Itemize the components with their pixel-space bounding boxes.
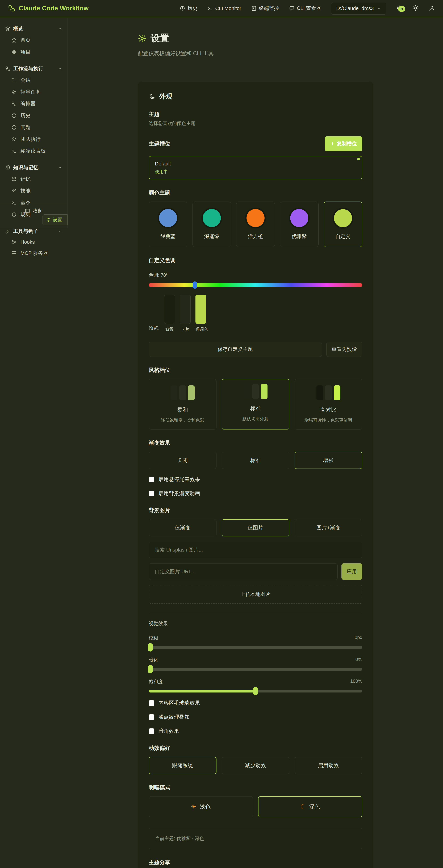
color-swatch bbox=[159, 209, 177, 227]
copy-slot-button[interactable]: 复制槽位 bbox=[325, 136, 362, 151]
glass-effect-checkbox-row[interactable]: 内容区毛玻璃效果 bbox=[149, 700, 362, 707]
sidebar-item-home[interactable]: 首页 bbox=[4, 34, 64, 46]
sidebar-item-mcp-servers[interactable]: MCP 服务器 bbox=[4, 247, 64, 259]
sidebar-item-sessions[interactable]: 会话 bbox=[4, 74, 64, 86]
hue-slider-thumb[interactable] bbox=[193, 281, 197, 289]
moon-icon bbox=[149, 93, 155, 100]
motion-follow-system-option[interactable]: 跟随系统 bbox=[149, 757, 217, 774]
sidebar-item-memory[interactable]: 记忆 bbox=[4, 173, 64, 185]
blur-slider-thumb[interactable] bbox=[148, 643, 153, 652]
sidebar-group-knowledge[interactable]: 知识与记忆 bbox=[4, 162, 64, 173]
sidebar-item-terminal-dashboard[interactable]: 终端仪表板 bbox=[4, 145, 64, 157]
gradient-enhanced-option[interactable]: 增强 bbox=[294, 452, 362, 469]
appearance-card: 外观 主题 选择您喜欢的颜色主题 主题槽位 复制槽位 Default 使用中 颜… bbox=[138, 82, 373, 868]
dark-mode-option[interactable]: ☾ 深色 bbox=[258, 796, 362, 817]
sidebar-group-tools[interactable]: 工具与钩子 bbox=[4, 226, 64, 237]
darken-label: 暗化 bbox=[149, 657, 158, 663]
sun-icon bbox=[412, 5, 419, 11]
style-soft-option[interactable]: 柔和 降低饱和度，柔和色彩 bbox=[149, 379, 217, 430]
preview-label: 预览: bbox=[149, 325, 160, 332]
chevron-down-icon bbox=[377, 6, 381, 10]
app-logo: Claude Code Workflow bbox=[8, 5, 89, 12]
gradient-off-option[interactable]: 关闭 bbox=[149, 452, 217, 469]
moon-icon: ☾ bbox=[300, 803, 306, 810]
bg-gradient-only-option[interactable]: 仅渐变 bbox=[149, 519, 217, 536]
project-selector[interactable]: D:/Claude_dms3 bbox=[331, 2, 386, 14]
sidebar-group-workflow[interactable]: 工作流与执行 bbox=[4, 63, 64, 74]
upload-local-image-button[interactable]: 上传本地图片 bbox=[149, 585, 362, 604]
hooks-icon bbox=[11, 240, 17, 245]
chevron-up-icon bbox=[58, 66, 62, 71]
saturation-slider[interactable] bbox=[149, 690, 362, 692]
project-name: D:/Claude_dms3 bbox=[336, 5, 374, 11]
notifications-button[interactable]: 9+ bbox=[396, 5, 402, 12]
checkbox-unchecked[interactable] bbox=[149, 728, 154, 734]
chevron-up-icon bbox=[58, 165, 62, 170]
nav-cli-viewer[interactable]: CLI 查看器 bbox=[289, 5, 321, 12]
darken-slider[interactable] bbox=[149, 668, 362, 671]
theme-share-label: 主题分享 bbox=[149, 859, 362, 866]
color-swatch bbox=[247, 209, 264, 227]
sidebar-group-overview[interactable]: 概览 bbox=[4, 23, 64, 34]
saturation-slider-thumb[interactable] bbox=[253, 687, 258, 695]
sidebar-item-skills[interactable]: 技能 bbox=[4, 185, 64, 197]
sidebar-item-history[interactable]: 历史 bbox=[4, 110, 64, 122]
bg-animation-checkbox-row[interactable]: 启用背景渐变动画 bbox=[149, 490, 362, 497]
terminal-icon bbox=[11, 148, 17, 154]
bg-image-label: 背景图片 bbox=[149, 507, 362, 514]
sidebar-item-light-tasks[interactable]: 轻量任务 bbox=[4, 86, 64, 98]
sidebar-item-orchestrator[interactable]: 编排器 bbox=[4, 98, 64, 110]
unsplash-search-input[interactable] bbox=[149, 541, 362, 558]
nav-history[interactable]: 历史 bbox=[180, 5, 197, 12]
noise-texture-checkbox-row[interactable]: 噪点纹理叠加 bbox=[149, 713, 362, 721]
theme-slot-box[interactable]: Default 使用中 bbox=[149, 156, 362, 179]
gradient-standard-option[interactable]: 标准 bbox=[222, 452, 289, 469]
palette-custom[interactable]: 自定义 bbox=[324, 202, 362, 247]
sidebar-collapse-button[interactable]: 收起 bbox=[0, 203, 67, 214]
checkbox-unchecked[interactable] bbox=[149, 700, 154, 706]
user-button[interactable] bbox=[429, 5, 435, 12]
reset-preset-button[interactable]: 重置为预设 bbox=[326, 342, 362, 357]
hue-slider[interactable] bbox=[149, 283, 362, 287]
current-theme-info: 当前主题: 优雅紫 · 深色 bbox=[149, 828, 362, 849]
sidebar-item-issues[interactable]: 问题 bbox=[4, 122, 64, 133]
save-custom-theme-button[interactable]: 保存自定义主题 bbox=[149, 342, 322, 357]
checkbox-unchecked[interactable] bbox=[149, 714, 154, 720]
darken-slider-thumb[interactable] bbox=[148, 665, 153, 673]
style-high-contrast-option[interactable]: 高对比 增强可读性，色彩更鲜明 bbox=[294, 379, 362, 430]
page-subtitle: 配置仪表板偏好设置和 CLI 工具 bbox=[138, 50, 373, 57]
sidebar-item-settings-active[interactable]: 设置 bbox=[42, 214, 67, 225]
palette-label: 颜色主题 bbox=[149, 189, 362, 196]
palette-deep-green[interactable]: 深邃绿 bbox=[192, 202, 231, 247]
palette-classic-blue[interactable]: 经典蓝 bbox=[149, 202, 187, 247]
light-mode-option[interactable]: ☀ 浅色 bbox=[149, 796, 253, 817]
checkbox-unchecked[interactable] bbox=[149, 477, 154, 482]
palette-vibrant-orange[interactable]: 活力橙 bbox=[236, 202, 275, 247]
home-icon bbox=[11, 38, 17, 43]
palette-elegant-purple[interactable]: 优雅紫 bbox=[280, 202, 319, 247]
apply-url-button[interactable]: 应用 bbox=[342, 563, 362, 580]
style-standard-option[interactable]: 标准 默认均衡外观 bbox=[222, 379, 289, 430]
brain-icon bbox=[11, 177, 17, 182]
nav-terminal-watch[interactable]: 终端监控 bbox=[251, 5, 279, 12]
bg-image-only-option[interactable]: 仅图片 bbox=[222, 519, 289, 536]
blur-slider[interactable] bbox=[149, 646, 362, 649]
custom-hue-label: 自定义色调 bbox=[149, 257, 362, 264]
saturation-label: 饱和度 bbox=[149, 679, 163, 685]
custom-url-input[interactable] bbox=[149, 563, 338, 580]
slot-resize-handle[interactable] bbox=[357, 158, 360, 160]
checkbox-unchecked[interactable] bbox=[149, 491, 154, 496]
theme-toggle-button[interactable] bbox=[412, 5, 419, 12]
blur-label: 模糊 bbox=[149, 635, 158, 641]
color-swatch bbox=[203, 209, 221, 227]
sidebar-item-projects[interactable]: 项目 bbox=[4, 46, 64, 58]
motion-enabled-option[interactable]: 启用动效 bbox=[294, 757, 362, 774]
hover-glow-checkbox-row[interactable]: 启用悬停光晕效果 bbox=[149, 476, 362, 483]
zap-icon bbox=[11, 89, 17, 95]
nav-cli-monitor[interactable]: CLI Monitor bbox=[208, 5, 241, 11]
bg-image-gradient-option[interactable]: 图片+渐变 bbox=[294, 519, 362, 536]
motion-reduced-option[interactable]: 减少动效 bbox=[222, 757, 289, 774]
sidebar-item-hooks[interactable]: Hooks bbox=[4, 237, 64, 247]
vignette-checkbox-row[interactable]: 暗角效果 bbox=[149, 727, 362, 735]
sidebar-item-team-exec[interactable]: 团队执行 bbox=[4, 133, 64, 145]
